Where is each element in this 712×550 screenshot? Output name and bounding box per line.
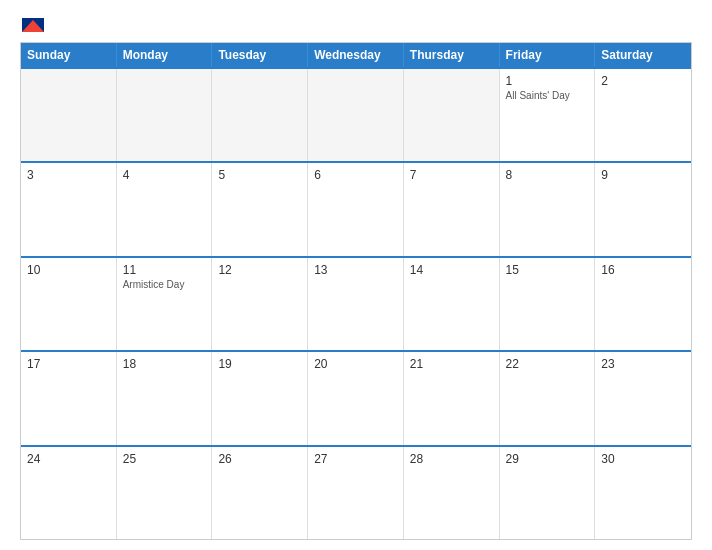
day-number: 17 [27,357,110,371]
day-number: 27 [314,452,397,466]
day-number: 5 [218,168,301,182]
cal-week-4: 24252627282930 [21,445,691,539]
cal-cell: 27 [308,447,404,539]
cal-cell: 13 [308,258,404,350]
cal-cell: 19 [212,352,308,444]
cal-cell: 7 [404,163,500,255]
cal-header-wednesday: Wednesday [308,43,404,67]
cal-week-0: 1All Saints' Day2 [21,67,691,161]
day-number: 18 [123,357,206,371]
cal-cell: 29 [500,447,596,539]
cal-cell: 6 [308,163,404,255]
day-number: 19 [218,357,301,371]
cal-cell: 8 [500,163,596,255]
cal-cell: 5 [212,163,308,255]
cal-header-thursday: Thursday [404,43,500,67]
cal-cell [212,69,308,161]
day-number: 8 [506,168,589,182]
cal-cell: 3 [21,163,117,255]
day-number: 28 [410,452,493,466]
cal-cell: 25 [117,447,213,539]
cal-cell: 12 [212,258,308,350]
calendar: SundayMondayTuesdayWednesdayThursdayFrid… [20,42,692,540]
cal-week-3: 17181920212223 [21,350,691,444]
cal-cell [308,69,404,161]
cal-week-1: 3456789 [21,161,691,255]
day-number: 21 [410,357,493,371]
cal-cell [404,69,500,161]
header [20,18,692,32]
cal-cell: 11Armistice Day [117,258,213,350]
cal-cell: 4 [117,163,213,255]
cal-cell: 22 [500,352,596,444]
day-number: 22 [506,357,589,371]
cal-cell: 10 [21,258,117,350]
cal-header-saturday: Saturday [595,43,691,67]
logo [20,18,44,32]
day-number: 1 [506,74,589,88]
cal-cell: 15 [500,258,596,350]
day-number: 12 [218,263,301,277]
cal-header-sunday: Sunday [21,43,117,67]
cal-cell: 26 [212,447,308,539]
cal-week-2: 1011Armistice Day1213141516 [21,256,691,350]
day-number: 9 [601,168,685,182]
cal-cell: 20 [308,352,404,444]
cal-cell: 9 [595,163,691,255]
cal-cell: 28 [404,447,500,539]
day-number: 11 [123,263,206,277]
day-number: 15 [506,263,589,277]
day-number: 14 [410,263,493,277]
day-number: 30 [601,452,685,466]
day-number: 13 [314,263,397,277]
day-number: 20 [314,357,397,371]
cal-cell: 17 [21,352,117,444]
day-number: 7 [410,168,493,182]
calendar-body: 1All Saints' Day234567891011Armistice Da… [21,67,691,539]
day-number: 4 [123,168,206,182]
day-number: 3 [27,168,110,182]
holiday-label: All Saints' Day [506,90,589,101]
cal-cell: 18 [117,352,213,444]
cal-cell [117,69,213,161]
page: SundayMondayTuesdayWednesdayThursdayFrid… [0,0,712,550]
cal-cell: 21 [404,352,500,444]
cal-cell [21,69,117,161]
cal-cell: 16 [595,258,691,350]
cal-header-monday: Monday [117,43,213,67]
cal-cell: 24 [21,447,117,539]
day-number: 6 [314,168,397,182]
day-number: 10 [27,263,110,277]
holiday-label: Armistice Day [123,279,206,290]
day-number: 29 [506,452,589,466]
day-number: 23 [601,357,685,371]
day-number: 25 [123,452,206,466]
day-number: 26 [218,452,301,466]
day-number: 2 [601,74,685,88]
cal-cell: 2 [595,69,691,161]
cal-cell: 14 [404,258,500,350]
day-number: 16 [601,263,685,277]
cal-header-tuesday: Tuesday [212,43,308,67]
cal-cell: 1All Saints' Day [500,69,596,161]
cal-cell: 23 [595,352,691,444]
logo-flag-icon [22,18,44,32]
cal-header-friday: Friday [500,43,596,67]
calendar-header-row: SundayMondayTuesdayWednesdayThursdayFrid… [21,43,691,67]
cal-cell: 30 [595,447,691,539]
day-number: 24 [27,452,110,466]
